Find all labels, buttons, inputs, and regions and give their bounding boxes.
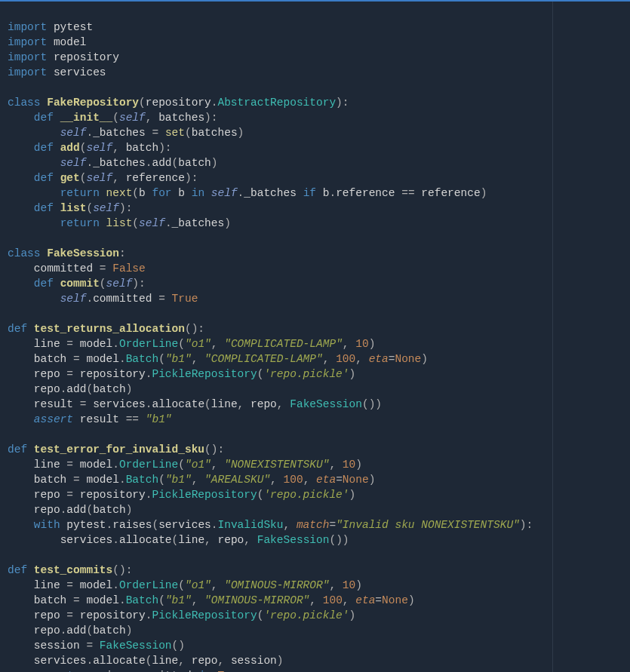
keyword-def: def: [34, 142, 54, 154]
kwarg: eta: [316, 474, 336, 486]
line: def test_returns_allocation():: [8, 323, 204, 335]
const-false: False: [112, 262, 146, 275]
method-name: __init__: [60, 112, 113, 124]
method: add: [152, 157, 171, 169]
line: def test_error_for_invalid_sku():: [8, 443, 224, 456]
class-name: FakeSession: [47, 247, 119, 259]
var: repo: [34, 368, 60, 380]
method: add: [66, 383, 86, 395]
method: add: [66, 624, 86, 637]
function-name: test_returns_allocation: [34, 323, 185, 335]
class-ref: FakeSession: [257, 534, 330, 546]
string: "o1": [185, 338, 211, 350]
line: repo.add(batch): [8, 504, 132, 516]
base-module: repository: [146, 97, 211, 109]
blank-line: [8, 549, 14, 561]
self-ref: self: [139, 217, 165, 229]
param: reference: [126, 172, 185, 184]
line: import services: [8, 66, 106, 78]
var: repo: [34, 624, 60, 637]
line: repo = repository.PickleRepository('repo…: [8, 609, 355, 621]
var: batch: [34, 474, 67, 486]
number: 100: [323, 594, 343, 606]
keyword-def: def: [8, 323, 27, 335]
line: def test_commits():: [8, 564, 132, 576]
method-name: commit: [60, 278, 100, 290]
self-ref: self: [60, 127, 87, 139]
blank-line: [8, 308, 14, 320]
self-ref: self: [211, 187, 238, 199]
self-ref: self: [60, 293, 87, 305]
var: repo: [34, 609, 60, 621]
self-param: self: [93, 202, 119, 214]
var: repo: [34, 489, 60, 501]
class-ref: Batch: [126, 594, 159, 606]
kwarg: eta: [369, 353, 389, 365]
blank-line: [8, 232, 14, 244]
module-name: repository: [54, 51, 119, 63]
line: services.allocate(line, repo, session): [8, 655, 284, 667]
module: pytest: [66, 519, 106, 531]
var: batch: [34, 594, 67, 606]
keyword-for: for: [152, 187, 171, 199]
keyword-import: import: [8, 66, 47, 78]
module: services: [34, 655, 87, 667]
line: self._batches = set(batches): [8, 127, 244, 139]
number: 100: [336, 353, 355, 365]
builtin-set: set: [165, 127, 185, 139]
line: session = FakeSession(): [8, 640, 185, 652]
class-ref: Batch: [126, 353, 159, 365]
code-editor[interactable]: import pytest import model import reposi…: [0, 2, 630, 672]
var: line: [34, 579, 60, 591]
keyword-class: class: [8, 247, 41, 259]
class-ref: OrderLine: [119, 338, 178, 350]
keyword-def: def: [34, 278, 54, 290]
module: repository: [80, 609, 146, 621]
const-none: None: [382, 594, 408, 606]
string: 'repo.pickle': [263, 368, 349, 380]
string: "b1": [146, 413, 172, 425]
var: repo: [34, 383, 60, 395]
module: repository: [80, 489, 146, 501]
base-class: AbstractRepository: [217, 97, 336, 109]
var: batch: [34, 353, 67, 365]
string: 'repo.pickle': [263, 609, 349, 621]
line: repo.add(batch): [8, 383, 132, 395]
line: import model: [8, 36, 86, 48]
func: allocate: [93, 655, 146, 667]
class-name: FakeRepository: [47, 97, 139, 109]
module: model: [80, 338, 113, 350]
string: "b1": [165, 474, 192, 486]
module: model: [80, 459, 113, 471]
line: def commit(self):: [8, 278, 146, 290]
string: "b1": [165, 353, 192, 365]
string: "o1": [185, 459, 211, 471]
method-name: list: [60, 202, 87, 214]
keyword-with: with: [34, 519, 60, 531]
const-none: None: [343, 474, 369, 486]
class-ref: PickleRepository: [152, 489, 257, 501]
line: line = model.OrderLine("o1", "COMPLICATE…: [8, 338, 375, 350]
module: model: [80, 579, 113, 591]
module: repository: [80, 368, 146, 380]
var: reference: [421, 187, 480, 199]
arg: repo: [192, 655, 218, 667]
arg: repo: [218, 534, 244, 546]
line: batch = model.Batch("b1", "OMINOUS-MIRRO…: [8, 594, 415, 606]
module-name: services: [54, 66, 106, 78]
keyword-assert: assert: [34, 413, 73, 425]
var: repo: [34, 504, 60, 516]
const-true: True: [172, 293, 198, 305]
arg: batch: [93, 383, 126, 395]
function-name: test_error_for_invalid_sku: [34, 443, 204, 456]
number: 10: [355, 338, 368, 350]
class-ref: InvalidSku: [218, 519, 284, 531]
const-none: None: [395, 353, 421, 365]
class-ref: PickleRepository: [152, 368, 257, 380]
string: "OMINOUS-MIRROR": [204, 594, 309, 606]
function-name: test_commits: [34, 564, 112, 576]
line: def get(self, reference):: [8, 172, 198, 184]
param: batch: [126, 142, 159, 154]
line: def list(self):: [8, 202, 132, 214]
line: batch = model.Batch("b1", "COMPLICATED-L…: [8, 353, 428, 365]
